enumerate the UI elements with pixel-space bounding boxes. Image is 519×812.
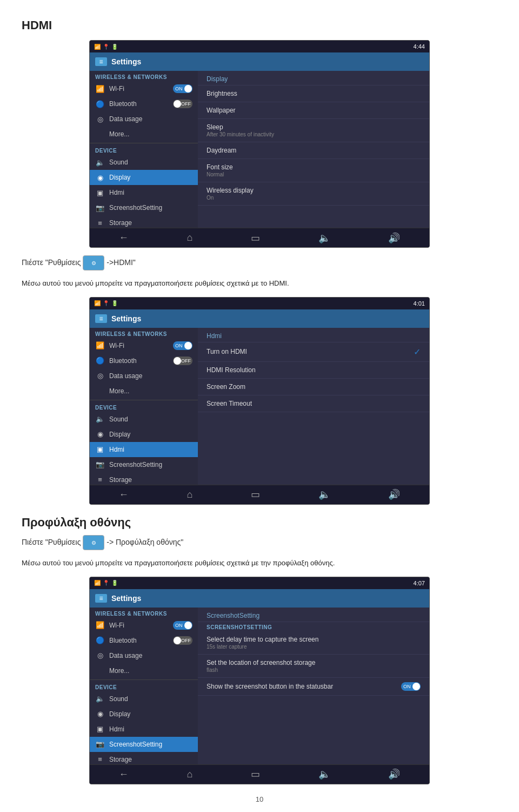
home-btn-1[interactable]: ⌂ xyxy=(180,230,199,246)
sidebar3-bluetooth[interactable]: 🔵 Bluetooth OFF xyxy=(90,633,198,648)
panel-brightness[interactable]: Brightness xyxy=(198,85,429,102)
sidebar2-display[interactable]: ◉ Display xyxy=(90,427,198,442)
fontsize-title: Font size xyxy=(207,163,421,171)
sidebar2-sound[interactable]: 🔈 Sound xyxy=(90,412,198,427)
turn-on-hdmi-title: Turn on HDMI xyxy=(207,348,247,355)
vol-down-btn-1[interactable]: 🔈 xyxy=(312,230,337,246)
vol-up-btn-1[interactable]: 🔊 xyxy=(382,230,407,246)
wifi-toggle-3[interactable]: ON xyxy=(173,621,192,630)
recents-btn-3[interactable]: ▭ xyxy=(244,766,267,782)
panel-delay-time[interactable]: Select delay time to capture the screen … xyxy=(198,631,429,655)
statusbar-toggle[interactable]: ON xyxy=(401,682,421,691)
home-btn-3[interactable]: ⌂ xyxy=(180,767,199,782)
sidebar2-hdmi[interactable]: ▣ Hdmi xyxy=(90,442,198,457)
panel-sleep[interactable]: Sleep After 30 minutes of inactivity xyxy=(198,119,429,142)
bluetooth-icon: 🔵 xyxy=(95,99,105,109)
main-content-1: WIRELESS & NETWORKS 📶 Wi-Fi ON 🔵 Bluetoo… xyxy=(90,71,429,228)
sound-label-3: Sound xyxy=(109,695,128,703)
right-panel-hdmi: Hdmi Turn on HDMI ✓ HDMI Resolution Scre… xyxy=(198,328,429,485)
bluetooth-label-3: Bluetooth xyxy=(109,637,137,644)
sidebar3-more[interactable]: More... xyxy=(90,663,198,678)
sidebar-sound[interactable]: 🔈 Sound xyxy=(90,155,198,170)
panel-hdmi-resolution[interactable]: HDMI Resolution xyxy=(198,362,429,379)
right-panel-display: Display Brightness Wallpaper Sleep After… xyxy=(198,71,429,228)
vol-up-btn-2[interactable]: 🔊 xyxy=(382,486,407,503)
bluetooth-toggle[interactable]: OFF xyxy=(173,100,192,108)
sidebar-screenshot[interactable]: 📷 ScreenshotSetting xyxy=(90,200,198,215)
sidebar2-more[interactable]: More... xyxy=(90,384,198,399)
display-icon-2: ◉ xyxy=(95,430,105,439)
sidebar-hdmi[interactable]: ▣ Hdmi xyxy=(90,185,198,200)
sidebar3-hdmi[interactable]: ▣ Hdmi xyxy=(90,722,198,737)
recents-btn-2[interactable]: ▭ xyxy=(244,486,267,503)
sidebar3-screenshot[interactable]: 📷 ScreenshotSetting xyxy=(90,737,198,752)
sidebar2-bluetooth[interactable]: 🔵 Bluetooth OFF xyxy=(90,353,198,368)
section3-header-device: DEVICE xyxy=(90,681,198,691)
sidebar3-wifi[interactable]: 📶 Wi-Fi ON xyxy=(90,618,198,633)
sidebar-wifi[interactable]: 📶 Wi-Fi ON xyxy=(90,81,198,96)
settings-title-3: Settings xyxy=(111,594,141,603)
panel-wireless-display[interactable]: Wireless display On xyxy=(198,182,429,206)
bt-toggle-label-3: OFF xyxy=(181,638,191,643)
vol-up-btn-3[interactable]: 🔊 xyxy=(382,766,407,782)
screenshot-icon-3: 📷 xyxy=(95,740,105,749)
home-btn-2[interactable]: ⌂ xyxy=(180,487,199,503)
bt-toggle-label-2: OFF xyxy=(181,358,191,364)
sidebar-storage[interactable]: ≡ Storage xyxy=(90,215,198,228)
back-btn-2[interactable]: ← xyxy=(112,487,135,503)
sidebar2-wifi[interactable]: 📶 Wi-Fi ON xyxy=(90,338,198,353)
section1-heading: HDMI xyxy=(22,18,497,32)
wifi-toggle-2[interactable]: ON xyxy=(173,341,192,350)
panel-statusbar-button[interactable]: Show the screenshot button in the status… xyxy=(198,678,429,696)
sound-label-2: Sound xyxy=(109,415,128,423)
panel-screen-timeout[interactable]: Screen Timeout xyxy=(198,395,429,412)
sidebar2-datausage[interactable]: ◎ Data usage xyxy=(90,368,198,384)
back-btn-1[interactable]: ← xyxy=(112,230,135,246)
more-icon-2 xyxy=(95,386,105,396)
wifi-toggle[interactable]: ON xyxy=(173,84,192,93)
bluetooth-toggle-2[interactable]: OFF xyxy=(173,357,192,365)
datausage-label-2: Data usage xyxy=(109,372,142,380)
vol-down-btn-3[interactable]: 🔈 xyxy=(312,766,337,782)
panel-wallpaper[interactable]: Wallpaper xyxy=(198,102,429,119)
sidebar-bluetooth[interactable]: 🔵 Bluetooth OFF xyxy=(90,96,198,111)
bluetooth-icon-2: 🔵 xyxy=(95,356,105,366)
panel-turn-on-hdmi[interactable]: Turn on HDMI ✓ xyxy=(198,342,429,362)
panel-screen-zoom[interactable]: Screen Zoom xyxy=(198,379,429,395)
sidebar3-display[interactable]: ◉ Display xyxy=(90,707,198,722)
main-content-2: WIRELESS & NETWORKS 📶 Wi-Fi ON 🔵 Bluetoo… xyxy=(90,328,429,485)
sidebar-3[interactable]: WIRELESS & NETWORKS 📶 Wi-Fi ON 🔵 Bluetoo… xyxy=(90,608,198,764)
recents-btn-1[interactable]: ▭ xyxy=(244,230,267,246)
sidebar2-screenshot[interactable]: 📷 ScreenshotSetting xyxy=(90,457,198,472)
vol-down-btn-2[interactable]: 🔈 xyxy=(312,486,337,503)
sidebar-datausage[interactable]: ◎ Data usage xyxy=(90,111,198,127)
wifi-label-2: Wi-Fi xyxy=(109,342,124,349)
panel-daydream[interactable]: Daydream xyxy=(198,142,429,159)
storage-location-title: Set the location of screenshot storage xyxy=(207,659,421,666)
sidebar2-storage[interactable]: ≡ Storage xyxy=(90,472,198,485)
daydream-title: Daydream xyxy=(207,147,421,154)
more-label-3: More... xyxy=(109,667,129,675)
sidebar3-sound[interactable]: 🔈 Sound xyxy=(90,691,198,707)
sidebar3-datausage[interactable]: ◎ Data usage xyxy=(90,648,198,663)
sidebar-more[interactable]: More... xyxy=(90,127,198,142)
display-icon-3: ◉ xyxy=(95,709,105,719)
bluetooth-toggle-3[interactable]: OFF xyxy=(173,636,192,645)
fontsize-subtitle: Normal xyxy=(207,171,421,177)
sleep-subtitle: After 30 minutes of inactivity xyxy=(207,131,421,137)
sidebar-2[interactable]: WIRELESS & NETWORKS 📶 Wi-Fi ON 🔵 Bluetoo… xyxy=(90,328,198,485)
sidebar3-storage[interactable]: ≡ Storage xyxy=(90,752,198,764)
sidebar-display[interactable]: ◉ Display xyxy=(90,170,198,185)
panel-storage-location[interactable]: Set the location of screenshot storage f… xyxy=(198,655,429,678)
storage-icon: ≡ xyxy=(95,218,105,228)
bluetooth-label: Bluetooth xyxy=(109,100,137,108)
screen-zoom-title: Screen Zoom xyxy=(207,383,421,391)
screen-timeout-title: Screen Timeout xyxy=(207,400,421,407)
panel-title-screenshot: ScreenshotSetting xyxy=(198,608,429,622)
sidebar-divider xyxy=(90,143,198,143)
panel-fontsize[interactable]: Font size Normal xyxy=(198,159,429,182)
sidebar-1[interactable]: WIRELESS & NETWORKS 📶 Wi-Fi ON 🔵 Bluetoo… xyxy=(90,71,198,228)
back-btn-3[interactable]: ← xyxy=(112,767,135,782)
wifi-label: Wi-Fi xyxy=(109,85,124,93)
sound-icon-3: 🔈 xyxy=(95,694,105,704)
